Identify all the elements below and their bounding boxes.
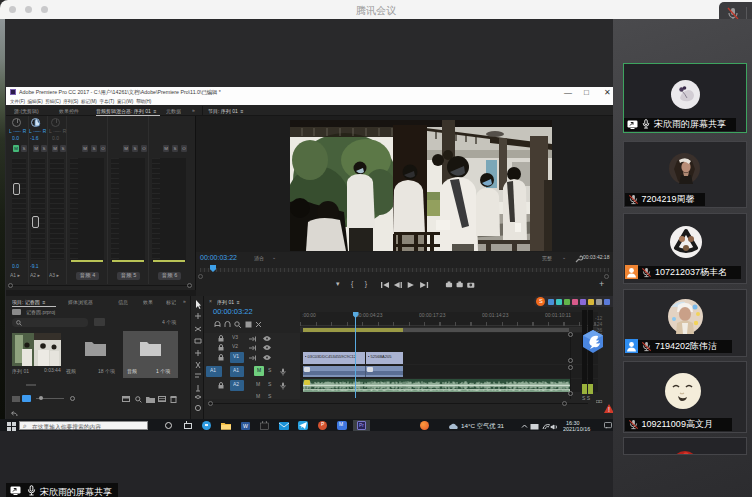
svg-text:!: !	[608, 406, 610, 413]
